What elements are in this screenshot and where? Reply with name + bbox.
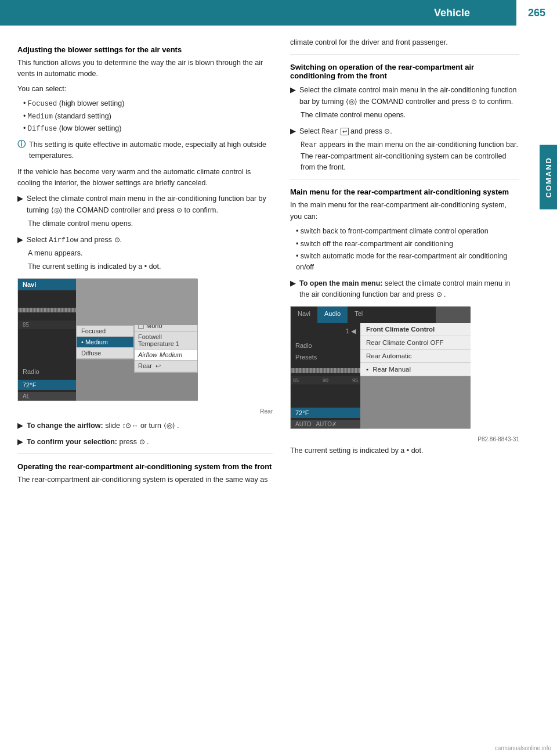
right-step3-content: To open the main menu: select the climat…: [299, 278, 519, 301]
arrow-icon-r2: ▶: [290, 127, 296, 135]
step1-arrow-item: ▶ Select the climate control main menu i…: [17, 193, 273, 216]
scr-left-panel: Navi 85 Radio 72°F AL: [18, 279, 76, 401]
scr-bar: [18, 308, 76, 312]
right-section1-cont: climate control for the driver and front…: [290, 37, 519, 48]
page-number: 265: [516, 0, 557, 26]
option-diffuse-code: Diffuse: [28, 125, 57, 133]
scr-focused: Focused: [77, 326, 133, 337]
arrow-icon-4: ▶: [17, 437, 23, 446]
section1-intro: This function allows you to determine th…: [17, 57, 273, 80]
section2-heading: Operating the rear-compartment air-condi…: [17, 462, 273, 471]
info-icon: ⓘ: [17, 139, 26, 150]
screenshot-left-container: Navi 85 Radio 72°F AL Focused • Medium D…: [17, 278, 197, 401]
section1-heading: Adjusting the blower settings for the ai…: [17, 45, 273, 54]
section3-option-2: switch off the rear-compartment air cond…: [296, 239, 519, 250]
options-list: Focused (high blower setting) Medium (st…: [23, 98, 273, 135]
right-section3-heading: Main menu for the rear-compartment air-c…: [290, 188, 519, 196]
step2-period: .: [120, 236, 122, 244]
step3-arrow-item: ▶ To change the airflow: slide ↕⊙↔ or tu…: [17, 420, 273, 431]
press-symbol-r3: ⊙: [436, 290, 442, 298]
open-menu-period: .: [444, 290, 446, 298]
open-menu-bold: To open the main menu:: [299, 279, 383, 287]
step4-content: To confirm your selection: press ⊙ .: [27, 437, 149, 448]
step2-result2: The current setting is indicated by a • …: [28, 261, 273, 272]
dot-icon: •: [366, 366, 370, 373]
right-step1-result: The climate control menu opens.: [301, 110, 519, 121]
right-step2-result: Rear appears in the main menu on the air…: [301, 139, 519, 173]
controller-symbol-1: ⟨◎⟩: [51, 206, 64, 214]
right-section2-heading: Switching on operation of the rear-compa…: [290, 63, 519, 80]
scr2-tel-tab: Tel: [348, 307, 370, 323]
scr-medium: • Medium: [77, 337, 133, 348]
divider-1: [17, 453, 273, 454]
info-text: This setting is quite effective in autom…: [29, 139, 273, 162]
screenshot-right: Navi Audio Tel 1 ◀ 859095 Radio Presets …: [291, 307, 471, 429]
scr2-front-climate: Front Climate Control: [360, 323, 471, 336]
scr-rear: Rear ↩: [135, 361, 197, 372]
step1-content: Select the climate control main menu in …: [27, 193, 273, 216]
option-focused: Focused (high blower setting): [23, 98, 273, 110]
arrow-icon-1: ▶: [17, 194, 23, 203]
step2-intro: Select: [27, 236, 47, 244]
press-symbol-1: ⊙: [176, 206, 184, 214]
option-diffuse: Diffuse (low blower setting): [23, 123, 273, 135]
scr2-radio-label: Radio: [291, 340, 317, 351]
step2-content: Select Airflow and press ⊙.: [27, 235, 122, 246]
scr2-audio-tab: Audio: [317, 307, 348, 323]
option-medium-desc: (standard setting): [55, 112, 111, 120]
scr2-rear-off: Rear Climate Control OFF: [360, 336, 471, 350]
step2-code: Airflow: [49, 236, 78, 244]
scr2-temp-label: 72°F: [291, 408, 360, 418]
option-medium: Medium (standard setting): [23, 111, 273, 123]
screenshot-right-caption: P82.86-8843-31: [290, 435, 519, 444]
rear-symbol: ↩: [341, 128, 349, 135]
arrow-icon-2: ▶: [17, 235, 23, 244]
scr-auto-label: AL: [18, 392, 76, 401]
option-medium-code: Medium: [28, 113, 53, 121]
scr2-right-menu: Front Climate Control Rear Climate Contr…: [360, 323, 471, 376]
scr-footwell: Footwell Temperature 1: [135, 332, 197, 350]
step4-bold: To confirm your selection:: [27, 438, 117, 446]
screenshot-left-caption: Rear: [17, 407, 273, 416]
step3-or: or turn: [140, 422, 164, 430]
arrow-icon-3: ▶: [17, 421, 23, 430]
step4-arrow-item: ▶ To confirm your selection: press ⊙ .: [17, 437, 273, 448]
option-diffuse-desc: (low blower setting): [59, 124, 122, 132]
right-step1-confirm: to confirm.: [479, 98, 513, 106]
para1: If the vehicle has become very warm and …: [17, 167, 273, 189]
right-section3-result: The current setting is indicated by a • …: [290, 445, 519, 456]
option-focused-code: Focused: [28, 100, 57, 108]
scr2-rear-manual: • Rear Manual: [360, 363, 471, 376]
right-step2-content: Select Rear ↩ and press ⊙.: [299, 126, 392, 138]
press-symbol-r1: ⊙: [471, 98, 479, 106]
scr-diffuse: Diffuse: [77, 348, 133, 359]
right-step1-content: Select the climate control main menu in …: [299, 85, 519, 107]
header-bar: Vehicle 265: [0, 0, 557, 26]
confirm-symbol: ⊙: [139, 438, 145, 446]
section3-option-3: switch automatic mode for the rear-compa…: [296, 251, 519, 273]
rear-appears: Rear: [301, 141, 317, 149]
main-content: Adjusting the blower settings for the ai…: [0, 26, 557, 756]
scr2-rear-auto: Rear Automatic: [360, 350, 471, 363]
step2-arrow-item: ▶ Select Airflow and press ⊙.: [17, 235, 273, 246]
step4-cont: press: [120, 438, 139, 446]
info-block: ⓘ This setting is quite effective in aut…: [17, 139, 273, 162]
scr2-left-panel: 1 ◀ 859095 Radio Presets 72°F AUTO AUTO✗: [291, 323, 360, 429]
section2-para1: The rear-compartment air-conditioning sy…: [17, 474, 273, 485]
step1-cont: the COMAND controller and press: [64, 206, 175, 214]
right-section3-intro: In the main menu for the rear-compartmen…: [290, 200, 519, 222]
scr-temp-label: 72°F: [18, 380, 76, 390]
right-column: climate control for the driver and front…: [290, 37, 540, 744]
section3-option-1: switch back to front-compartment climate…: [296, 226, 519, 237]
arrow-icon-r3: ▶: [290, 279, 296, 287]
press-symbol-2: ⊙: [114, 236, 120, 244]
scr2-progress-bar: [291, 368, 360, 373]
header-title: Vehicle: [0, 7, 516, 19]
step3-period: .: [177, 422, 179, 430]
side-tab-comand: COMAND: [540, 145, 557, 210]
right-step2-arrow: ▶ Select Rear ↩ and press ⊙.: [290, 126, 519, 138]
left-column: Adjusting the blower settings for the ai…: [17, 37, 273, 744]
divider-right-1: [290, 54, 519, 55]
scr-center-menu: Focused • Medium Diffuse: [76, 325, 134, 359]
press-symbol-r2: ⊙: [384, 127, 390, 135]
